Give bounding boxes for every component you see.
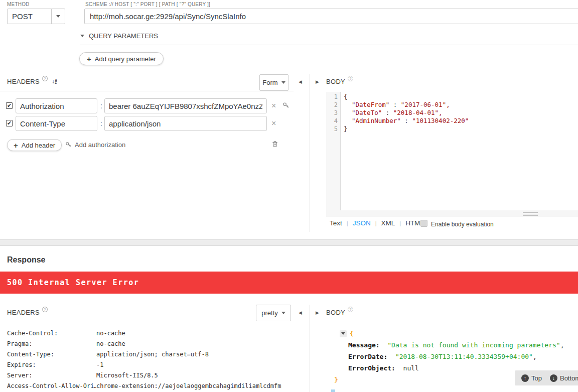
chevron-down-icon (80, 35, 84, 37)
headers-view-mode-value: Form (262, 79, 277, 86)
expand-right-panel-icon[interactable]: ▶ (316, 79, 319, 84)
request-body-editor[interactable]: 1 2 3 4 5 { "DateFrom" : "2017-06-01", "… (326, 92, 578, 210)
response-header-row: Server: Microsoft-IIS/8.5 (7, 370, 281, 380)
remove-header-icon[interactable]: × (271, 120, 276, 127)
add-query-parameter-label: Add query parameter (95, 55, 156, 63)
response-headers-list: Cache-Control: no-cache Pragma: no-cache… (7, 328, 281, 391)
query-section-divider (80, 45, 578, 45)
help-icon[interactable]: ? (348, 307, 353, 312)
scroll-bottom-button[interactable]: ↓ Bottom (550, 374, 578, 382)
status-banner-text: 500 Internal Server Error (7, 278, 139, 287)
response-body-divider (326, 324, 578, 324)
help-icon[interactable]: ? (42, 76, 48, 81)
collapse-left-panel-icon[interactable]: ◀ (299, 79, 302, 84)
code-line: "AdminNumber" : "101130402-220" (344, 117, 578, 125)
tab-json[interactable]: JSON (353, 219, 371, 227)
url-scheme-label: SCHEME :// HOST [ ":" PORT ] [ PATH [ "?… (85, 2, 210, 7)
scroll-top-label: Top (531, 374, 542, 382)
collapse-left-panel-icon[interactable]: ◀ (299, 310, 302, 315)
response-view-mode-value: pretty (261, 309, 278, 317)
editor-code[interactable]: { "DateFrom" : "2017-06-01", "DateTo" : … (341, 92, 578, 210)
response-body-title: BODY ? (326, 309, 353, 316)
add-header-label: Add header (22, 142, 55, 149)
headers-view-mode-dropdown[interactable]: Form (259, 74, 288, 91)
response-header-row: Content-Type: application/json; charset=… (7, 349, 281, 359)
chevron-down-icon (281, 81, 285, 84)
section-divider (0, 239, 578, 246)
response-header-row: Pragma: no-cache (7, 338, 281, 349)
arrow-up-circle-icon: ↑ (521, 374, 529, 382)
json-open-row: { (326, 328, 564, 339)
response-headers-divider (0, 324, 294, 324)
help-icon[interactable]: ? (348, 76, 353, 81)
chevron-down-icon (281, 312, 285, 314)
body-evaluation-checkbox[interactable] (420, 220, 427, 227)
response-headers-title: HEADERS ? (7, 309, 48, 316)
code-line: } (344, 125, 578, 133)
add-header-button[interactable]: + Add header (7, 139, 62, 151)
expand-right-panel-icon[interactable]: ▶ (316, 310, 319, 315)
method-value: POST (8, 12, 51, 21)
response-header-row: Access-Control-Allow-Ori… chrome-extensi… (7, 380, 281, 391)
help-icon[interactable]: ? (42, 307, 48, 312)
add-authorization-label: Add authorization (75, 141, 125, 149)
header-enabled-checkbox[interactable]: ✔ (6, 102, 13, 109)
json-collapse-toggle[interactable] (340, 330, 347, 337)
code-line: "DateTo" : "2018-04-01", (344, 109, 578, 117)
auth-key-icon[interactable] (282, 102, 290, 109)
editor-line-numbers: 1 2 3 4 5 (326, 92, 341, 210)
json-property-row: ErrorDate: "2018-08-30T13:11:40.3334359+… (326, 351, 564, 362)
response-header-row: Cache-Control: no-cache (7, 328, 281, 338)
chevron-down-icon (56, 15, 60, 18)
request-body-title: BODY ? (326, 78, 353, 85)
header-value-input[interactable] (104, 98, 267, 113)
content-type-tabs: Text | JSON | XML | HTML (330, 219, 424, 227)
json-property-row: Message: "Data is not found with incomin… (326, 339, 564, 351)
sort-headers-icon[interactable]: ↓AZ (52, 78, 57, 85)
plus-icon: + (87, 55, 91, 63)
code-line: "DateFrom" : "2017-06-01", (344, 101, 578, 109)
response-section-title: Response (7, 255, 45, 265)
headers-title-divider (0, 91, 294, 91)
header-value-input[interactable] (104, 116, 267, 131)
request-headers-title: HEADERS ? ↓AZ (7, 78, 57, 85)
scroll-nav: ↑ Top ↓ Bottom (515, 370, 578, 385)
method-label: METHOD (7, 2, 30, 7)
scroll-bottom-label: Bottom (560, 374, 578, 382)
add-authorization-button[interactable]: Add authorization (65, 141, 125, 149)
header-colon: : (100, 102, 102, 110)
scroll-top-button[interactable]: ↑ Top (521, 374, 542, 382)
url-input[interactable] (84, 9, 578, 24)
tab-xml[interactable]: XML (381, 219, 395, 227)
header-colon: : (100, 119, 102, 127)
rest-client-screen: METHOD SCHEME :// HOST [ ":" PORT ] [ PA… (0, 0, 578, 392)
code-line: { (344, 93, 578, 101)
editor-resize-handle[interactable] (523, 212, 538, 217)
header-name-input[interactable] (16, 98, 97, 113)
method-dropdown-button[interactable] (51, 9, 65, 24)
remove-header-icon[interactable]: × (271, 102, 276, 109)
add-query-parameter-button[interactable]: + Add query parameter (79, 52, 164, 65)
query-parameters-label: QUERY PARAMETERS (89, 32, 158, 40)
status-banner: 500 Internal Server Error (0, 272, 578, 294)
clipped-content-fragment (331, 389, 335, 392)
tab-text[interactable]: Text (330, 219, 342, 227)
header-enabled-checkbox[interactable]: ✔ (6, 120, 13, 126)
editor-resize-strip (326, 210, 578, 217)
arrow-down-circle-icon: ↓ (550, 374, 557, 382)
response-view-mode-dropdown[interactable]: pretty (256, 305, 291, 321)
delete-all-headers-icon[interactable] (271, 140, 278, 148)
response-header-row: Expires: -1 (7, 359, 281, 370)
method-select[interactable]: POST (7, 9, 65, 24)
header-name-input[interactable] (16, 116, 97, 131)
panel-splitter[interactable] (310, 305, 310, 392)
panel-splitter[interactable] (310, 74, 310, 232)
query-parameters-toggle[interactable]: QUERY PARAMETERS (80, 32, 158, 40)
plus-icon: + (14, 141, 18, 150)
body-evaluation-label: Enable body evaluation (431, 221, 494, 228)
